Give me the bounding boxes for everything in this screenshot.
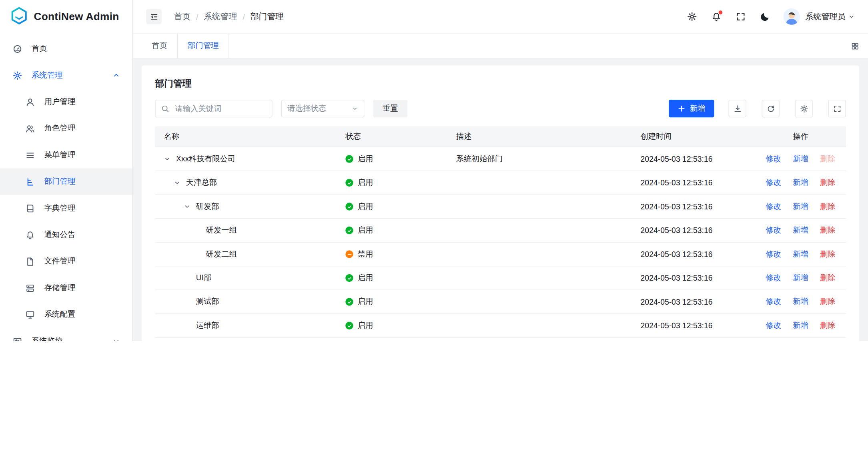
tab-home[interactable]: 首页 [142, 34, 177, 58]
add-link[interactable]: 新增 [793, 321, 808, 331]
modify-link[interactable]: 修改 [766, 225, 781, 235]
add-link[interactable]: 新增 [793, 249, 808, 259]
status-select-placeholder: 请选择状态 [287, 104, 347, 114]
desktop-icon [26, 310, 35, 319]
status-cell: 启用 [337, 273, 447, 283]
add-link[interactable]: 新增 [793, 273, 808, 283]
sidebar-item-system-monitor[interactable]: 系统监控 [0, 328, 132, 341]
modify-link[interactable]: 修改 [766, 273, 781, 283]
dark-mode-moon-icon[interactable] [760, 12, 770, 22]
breadcrumb-item-home[interactable]: 首页 [174, 11, 190, 22]
status-select[interactable]: 请选择状态 [281, 100, 365, 117]
status-cell: 启用 [337, 321, 447, 331]
tab-actions-grid-icon[interactable] [842, 34, 868, 58]
delete-link[interactable]: 删除 [820, 321, 836, 331]
status-enabled-icon [345, 298, 353, 305]
add-link[interactable]: 新增 [793, 225, 808, 235]
column-header-status: 状态 [337, 132, 447, 142]
sidebar-item-home[interactable]: 首页 [0, 36, 132, 62]
notification-badge-dot [718, 10, 723, 15]
export-button[interactable] [729, 100, 746, 117]
modify-link[interactable]: 修改 [766, 297, 781, 307]
modify-link[interactable]: 修改 [766, 202, 781, 212]
sidebar-collapse-button[interactable] [146, 9, 162, 24]
breadcrumb-item-department[interactable]: 部门管理 [251, 11, 284, 22]
settings-gear-icon[interactable] [687, 12, 697, 22]
name-cell: 天津总部 [155, 178, 337, 188]
sidebar-item-department-management[interactable]: 部门管理 [0, 169, 132, 195]
tab-department-management[interactable]: 部门管理 [177, 34, 229, 58]
reset-button[interactable]: 重置 [373, 100, 407, 117]
sidebar-item-label: 字典管理 [44, 203, 75, 213]
table-fullscreen-button[interactable] [828, 100, 846, 117]
dept-name: 研发部 [196, 202, 219, 212]
delete-link[interactable]: 删除 [820, 225, 836, 235]
modify-link[interactable]: 修改 [766, 178, 781, 188]
delete-link[interactable]: 删除 [820, 154, 836, 164]
created-time: 2024-05-03 12:53:16 [631, 155, 755, 163]
fullscreen-icon[interactable] [736, 12, 746, 22]
table-row: UI部 启用 2024-05-03 12:53:16 修改 新增 删除 [155, 266, 846, 290]
add-link[interactable]: 新增 [793, 178, 808, 188]
search-input[interactable] [174, 104, 266, 114]
name-cell: 研发部 [155, 202, 337, 212]
collapse-caret-icon[interactable] [184, 203, 191, 210]
user-menu[interactable]: 系统管理员 [805, 11, 855, 22]
column-settings-button[interactable] [795, 100, 813, 117]
logo-row[interactable]: ContiNew Admin [0, 0, 132, 33]
breadcrumb: 首页 / 系统管理 / 部门管理 [174, 11, 283, 22]
gear-icon [13, 70, 22, 80]
created-time: 2024-05-03 12:53:16 [631, 226, 755, 235]
main-area: 首页 / 系统管理 / 部门管理 [133, 0, 868, 341]
sidebar-item-label: 系统监控 [32, 336, 62, 341]
created-time: 2024-05-03 12:53:16 [631, 250, 755, 259]
sidebar-item-menu-management[interactable]: 菜单管理 [0, 142, 132, 168]
collapse-caret-icon[interactable] [174, 179, 181, 186]
table-row: 研发二组 禁用 2024-05-03 12:53:16 修改 新增 删除 [155, 243, 846, 266]
column-header-actions: 操作 [755, 132, 846, 142]
refresh-button[interactable] [762, 100, 780, 117]
modify-link[interactable]: 修改 [766, 249, 781, 259]
created-time: 2024-05-03 12:53:16 [631, 178, 755, 187]
dept-name: 研发二组 [206, 249, 237, 259]
sidebar-item-role-management[interactable]: 角色管理 [0, 115, 132, 142]
user-name: 系统管理员 [805, 11, 845, 22]
toolbar: 请选择状态 重置 新增 [155, 100, 846, 117]
sidebar-item-file-management[interactable]: 文件管理 [0, 248, 132, 275]
add-button-label: 新增 [690, 104, 706, 114]
search-input-wrapper [155, 100, 272, 117]
sidebar-item-dictionary-management[interactable]: 字典管理 [0, 195, 132, 221]
sidebar-item-label: 用户管理 [44, 97, 75, 107]
breadcrumb-item-system[interactable]: 系统管理 [204, 11, 237, 22]
sidebar-item-label: 菜单管理 [44, 150, 75, 160]
user-avatar[interactable] [783, 8, 800, 25]
modify-link[interactable]: 修改 [766, 321, 781, 331]
sidebar-item-notice[interactable]: 通知公告 [0, 221, 132, 248]
delete-link[interactable]: 删除 [820, 273, 836, 283]
add-button[interactable]: 新增 [669, 100, 714, 117]
delete-link[interactable]: 删除 [820, 297, 836, 307]
sidebar-item-storage-management[interactable]: 存储管理 [0, 275, 132, 301]
collapse-caret-icon[interactable] [164, 156, 171, 163]
dept-name: UI部 [196, 273, 212, 283]
add-link[interactable]: 新增 [793, 202, 808, 212]
delete-link[interactable]: 删除 [820, 249, 836, 259]
status-cell: 启用 [337, 225, 447, 235]
sidebar-item-system-config[interactable]: 系统配置 [0, 301, 132, 328]
sidebar-item-user-management[interactable]: 用户管理 [0, 88, 132, 115]
delete-link[interactable]: 删除 [820, 178, 836, 188]
status-cell: 启用 [337, 154, 447, 164]
modify-link[interactable]: 修改 [766, 154, 781, 164]
table-row: 测试部 启用 2024-05-03 12:53:16 修改 新增 删除 [155, 290, 846, 314]
tab-bar: 首页 部门管理 [133, 33, 868, 59]
delete-link[interactable]: 删除 [820, 202, 836, 212]
department-card: 部门管理 请选择状态 重置 新增 [142, 65, 859, 341]
status-text: 启用 [358, 321, 373, 331]
actions-cell: 修改 新增 删除 [755, 225, 846, 235]
sidebar-item-system-management[interactable]: 系统管理 [0, 62, 132, 88]
notification-bell-icon[interactable] [711, 12, 721, 22]
sidebar-item-label: 文件管理 [44, 257, 75, 267]
add-link[interactable]: 新增 [793, 297, 808, 307]
name-cell: Xxx科技有限公司 [155, 154, 337, 164]
add-link[interactable]: 新增 [793, 154, 808, 164]
